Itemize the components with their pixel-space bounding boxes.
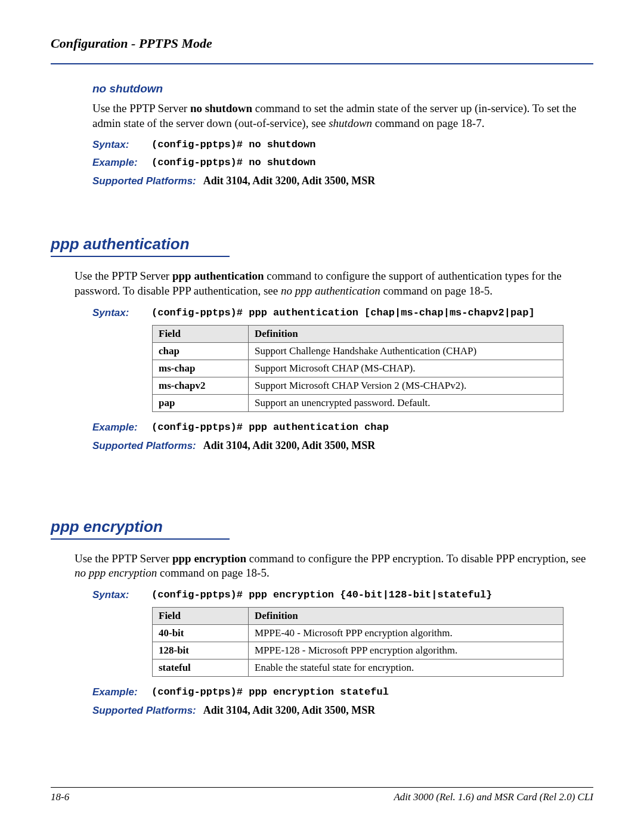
footer-page-number: 18-6 bbox=[51, 791, 69, 803]
no-shutdown-example: (config-pptps)# no shutdown bbox=[151, 157, 315, 168]
ppp-auth-example-row: Example: (config-pptps)# ppp authenticat… bbox=[92, 422, 593, 433]
table-row: pap Support an unencrypted password. Def… bbox=[153, 394, 564, 411]
no-shutdown-platforms: Adit 3104, Adit 3200, Adit 3500, MSR bbox=[203, 175, 376, 187]
text: Use the PPTP Server bbox=[75, 552, 172, 565]
page-footer: 18-6 Adit 3000 (Rel. 1.6) and MSR Card (… bbox=[51, 787, 593, 803]
table-header-row: Field Definition bbox=[153, 325, 564, 342]
example-label: Example: bbox=[92, 686, 149, 698]
text-ital: no ppp encryption bbox=[75, 566, 157, 579]
no-shutdown-example-row: Example: (config-pptps)# no shutdown bbox=[92, 157, 593, 169]
footer-doc-title: Adit 3000 (Rel. 1.6) and MSR Card (Rel 2… bbox=[394, 791, 593, 803]
cell-def: MPPE-40 - Microsoft PPP encryption algor… bbox=[249, 625, 564, 642]
text: Use the PPTP Server bbox=[75, 270, 172, 282]
th-field: Field bbox=[153, 325, 249, 342]
cell-def: Support Microsoft CHAP Version 2 (MS-CHA… bbox=[249, 377, 564, 394]
ppp-auth-table: Field Definition chap Support Challenge … bbox=[152, 325, 564, 412]
no-shutdown-platforms-row: Supported Platforms: Adit 3104, Adit 320… bbox=[92, 175, 593, 187]
platforms-label: Supported Platforms: bbox=[92, 440, 196, 451]
platforms-label: Supported Platforms: bbox=[92, 175, 196, 187]
table-header-row: Field Definition bbox=[153, 608, 564, 625]
syntax-label: Syntax: bbox=[92, 139, 149, 151]
page-header-title: Configuration - PPTPS Mode bbox=[51, 36, 593, 51]
ppp-enc-example: (config-pptps)# ppp encryption stateful bbox=[151, 686, 389, 698]
ppp-auth-syntax: (config-pptps)# ppp authentication [chap… bbox=[151, 307, 535, 318]
text: command to configure the PPP encryption.… bbox=[246, 552, 586, 565]
th-definition: Definition bbox=[249, 325, 564, 342]
cell-field: 40-bit bbox=[153, 625, 249, 642]
cell-field: pap bbox=[153, 394, 249, 411]
table-row: stateful Enable the stateful state for e… bbox=[153, 659, 564, 677]
ppp-enc-table: Field Definition 40-bit MPPE-40 - Micros… bbox=[152, 607, 564, 677]
ppp-auth-example: (config-pptps)# ppp authentication chap bbox=[151, 422, 389, 433]
text-bold: ppp encryption bbox=[172, 552, 246, 565]
table-row: ms-chapv2 Support Microsoft CHAP Version… bbox=[153, 377, 564, 394]
ppp-enc-example-row: Example: (config-pptps)# ppp encryption … bbox=[92, 686, 593, 698]
table-row: 40-bit MPPE-40 - Microsoft PPP encryptio… bbox=[153, 625, 564, 642]
ppp-auth-syntax-row: Syntax: (config-pptps)# ppp authenticati… bbox=[92, 307, 593, 319]
ppp-auth-desc: Use the PPTP Server ppp authentication c… bbox=[75, 269, 593, 298]
cell-field: stateful bbox=[153, 659, 249, 677]
table-row: ms-chap Support Microsoft CHAP (MS-CHAP)… bbox=[153, 360, 564, 377]
ppp-enc-platforms: Adit 3104, Adit 3200, Adit 3500, MSR bbox=[203, 704, 376, 716]
cell-field: chap bbox=[153, 342, 249, 360]
cell-def: Support Challenge Handshake Authenticati… bbox=[249, 342, 564, 360]
text-ital: shutdown bbox=[329, 117, 372, 129]
text-bold: ppp authentication bbox=[172, 270, 264, 282]
ppp-enc-syntax: (config-pptps)# ppp encryption {40-bit|1… bbox=[151, 589, 492, 600]
no-shutdown-syntax-row: Syntax: (config-pptps)# no shutdown bbox=[92, 139, 593, 151]
syntax-label: Syntax: bbox=[92, 589, 149, 601]
ppp-enc-desc: Use the PPTP Server ppp encryption comma… bbox=[75, 552, 593, 581]
header-rule bbox=[51, 63, 593, 64]
cell-field: ms-chap bbox=[153, 360, 249, 377]
cell-def: MPPE-128 - Microsoft PPP encryption algo… bbox=[249, 642, 564, 659]
text-bold: no shutdown bbox=[190, 102, 252, 114]
ppp-enc-platforms-row: Supported Platforms: Adit 3104, Adit 320… bbox=[92, 704, 593, 717]
table-row: chap Support Challenge Handshake Authent… bbox=[153, 342, 564, 360]
ppp-auth-heading: ppp authentication bbox=[51, 235, 593, 253]
ppp-auth-platforms: Adit 3104, Adit 3200, Adit 3500, MSR bbox=[203, 439, 376, 451]
text-ital: no ppp authentication bbox=[281, 284, 380, 297]
no-shutdown-heading: no shutdown bbox=[92, 82, 593, 95]
cell-field: ms-chapv2 bbox=[153, 377, 249, 394]
platforms-label: Supported Platforms: bbox=[92, 705, 196, 716]
section-underline bbox=[51, 256, 230, 257]
text: command on page 18-5. bbox=[157, 566, 269, 579]
cell-def: Support Microsoft CHAP (MS-CHAP). bbox=[249, 360, 564, 377]
text: command on page 18-7. bbox=[372, 117, 484, 129]
section-underline bbox=[51, 538, 230, 540]
cell-def: Enable the stateful state for encryption… bbox=[249, 659, 564, 677]
example-label: Example: bbox=[92, 422, 149, 433]
th-definition: Definition bbox=[249, 608, 564, 625]
ppp-auth-platforms-row: Supported Platforms: Adit 3104, Adit 320… bbox=[92, 439, 593, 452]
cell-field: 128-bit bbox=[153, 642, 249, 659]
example-label: Example: bbox=[92, 157, 149, 169]
no-shutdown-desc: Use the PPTP Server no shutdown command … bbox=[92, 101, 593, 131]
syntax-label: Syntax: bbox=[92, 307, 149, 319]
th-field: Field bbox=[153, 608, 249, 625]
cell-def: Support an unencrypted password. Default… bbox=[249, 394, 564, 411]
text: Use the PPTP Server bbox=[92, 102, 190, 114]
ppp-enc-heading: ppp encryption bbox=[51, 518, 593, 536]
no-shutdown-syntax: (config-pptps)# no shutdown bbox=[151, 139, 315, 150]
ppp-enc-syntax-row: Syntax: (config-pptps)# ppp encryption {… bbox=[92, 589, 593, 601]
table-row: 128-bit MPPE-128 - Microsoft PPP encrypt… bbox=[153, 642, 564, 659]
text: command on page 18-5. bbox=[380, 284, 493, 297]
